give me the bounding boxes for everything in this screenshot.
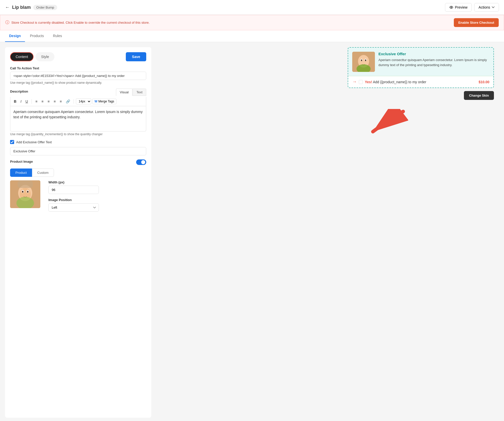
tab-rules[interactable]: Rules [49,30,66,42]
image-row: Width (px) Image Position Left Right Top [10,180,146,216]
red-arrow-svg [353,109,408,139]
change-skin-button[interactable]: Change Skin [464,91,494,100]
sub-tab-content[interactable]: Content [10,52,34,61]
preview-button[interactable]: Preview [445,3,472,12]
sub-tab-style[interactable]: Style [36,52,54,61]
product-image-toggle[interactable] [136,159,146,165]
preview-card-bottom: → Yes! Add {{product_name}} to my order … [348,76,493,88]
product-image-label: Product Image [10,160,33,163]
preview-cta-left: → Yes! Add {{product_name}} to my order [352,79,426,85]
preview-label: Preview [455,5,467,9]
top-bar-left: ← Lip blam Order Bump [5,5,57,10]
back-button[interactable]: ← [5,5,10,10]
align-left-button[interactable]: ≡ [34,98,39,104]
cta-text: Yes! Add {{product_name}} to my order [365,80,426,84]
save-button[interactable]: Save [126,52,146,61]
editor-tab-visual[interactable]: Visual [116,89,132,96]
main-content: Content Style Save Call To Action Text U… [0,42,504,421]
width-input[interactable] [48,186,99,194]
editor-tab-text[interactable]: Text [133,89,146,96]
preview-card: Exclusive Offer Aperiam consecttur quisq… [348,47,494,88]
toolbar-separator [32,99,32,104]
preview-product-svg [352,52,375,72]
position-select[interactable]: Left Right Top [48,203,99,212]
left-panel: Content Style Save Call To Action Text U… [5,47,151,418]
italic-button[interactable]: I [19,98,23,104]
link-button[interactable]: 🔗 [64,98,72,104]
right-panel: Exclusive Offer Aperiam consecttur quisq… [151,47,499,418]
merge-tags-button[interactable]: W Merge Tags [92,99,116,104]
product-image-preview [10,180,40,208]
preview-card-content: Exclusive Offer Aperiam consecttur quisq… [378,52,489,67]
page-badge: Order Bump [33,5,57,10]
toolbar-separator-2 [74,99,74,104]
sub-tabs-left: Content Style [10,52,54,61]
svg-point-7 [27,191,28,193]
main-tabs: Design Products Rules [0,30,504,42]
exclusive-offer-checkbox[interactable] [10,140,14,144]
image-type-custom[interactable]: Custom [32,169,54,177]
align-center-button[interactable]: ≡ [40,98,45,104]
alert-bar: ⓘ Store Checkout is currently disabled. … [0,15,504,30]
editor-area[interactable]: Aperiam consecttur quisquam Aperiam cons… [10,106,146,131]
svg-point-6 [22,191,23,193]
svg-rect-9 [18,180,33,188]
bold-button[interactable]: B [12,98,18,104]
tab-design[interactable]: Design [5,30,25,42]
red-arrow-container [353,109,494,140]
align-right-button[interactable]: ≡ [46,98,51,104]
preview-product-image [352,52,375,72]
preview-wrapper: Exclusive Offer Aperiam consecttur quisq… [348,47,494,140]
description-field-group: Description Visual Text B I U ≡ ≡ ≡ ≡ ≡ … [10,89,146,136]
image-type-tabs: Product Custom [10,169,146,177]
font-size-select[interactable]: 14px12px16px18px [76,98,91,104]
eye-icon [449,5,453,9]
top-bar: ← Lip blam Order Bump Preview Actions [0,0,504,15]
enable-checkout-button[interactable]: Enable Store Checkout [454,18,499,27]
cta-arrow-icon: → [352,79,357,85]
alert-message: Store Checkout is currently disabled. Cl… [11,21,150,24]
top-bar-right: Preview Actions [445,3,499,12]
cta-hint: Use merge tag {{product_name}} to show p… [10,81,146,85]
cta-input[interactable] [10,72,146,80]
product-image-toggle-row: Product Image [10,159,146,165]
svg-point-10 [21,191,22,192]
merge-tags-icon: W [95,100,97,103]
sub-tabs-row: Content Style Save [10,52,146,61]
cta-label: Call To Action Text [10,66,146,70]
change-skin-row: Change Skin [348,91,494,105]
actions-button[interactable]: Actions [474,3,499,12]
exclusive-offer-input-group [10,147,146,155]
merge-tags-label: Merge Tags [98,100,114,103]
description-label: Description [10,90,28,93]
image-settings: Width (px) Image Position Left Right Top [48,180,146,216]
svg-point-0 [451,7,452,8]
editor-tabs: Visual Text [116,89,146,96]
cta-field-group: Call To Action Text Use merge tag {{prod… [10,66,146,85]
description-hint: Use merge tag {{quantity_incrementer}} t… [10,132,146,136]
ordered-list-button[interactable]: ≡ [58,98,63,104]
position-field-group: Image Position Left Right Top [48,198,146,212]
cta-rest: Add {{product_name}} to my order [373,80,426,84]
cta-checkbox[interactable] [359,80,363,84]
tab-products[interactable]: Products [26,30,48,42]
position-label: Image Position [48,198,146,202]
chevron-down-icon [492,6,495,9]
width-field-group: Width (px) [48,180,146,194]
cta-yes: Yes! [365,80,372,84]
page-title: Lip blam [12,5,31,10]
underline-button[interactable]: U [24,98,29,104]
width-label: Width (px) [48,180,146,184]
preview-card-description: Aperiam consecttur quisquam Aperiam cons… [378,58,489,67]
image-type-product[interactable]: Product [10,169,32,177]
exclusive-offer-row: Add Exclusive Offer Text [10,140,146,144]
alert-icon: ⓘ [5,20,9,25]
unordered-list-button[interactable]: ≡ [52,98,57,104]
svg-point-16 [361,60,362,61]
product-image-svg [10,180,40,208]
alert-bar-left: ⓘ Store Checkout is currently disabled. … [5,20,150,25]
editor-toolbar: B I U ≡ ≡ ≡ ≡ ≡ 🔗 14px12px16px18px W Mer… [10,97,146,106]
actions-label: Actions [479,5,490,9]
cta-price: $10.00 [479,80,489,84]
exclusive-offer-input[interactable] [10,147,146,155]
